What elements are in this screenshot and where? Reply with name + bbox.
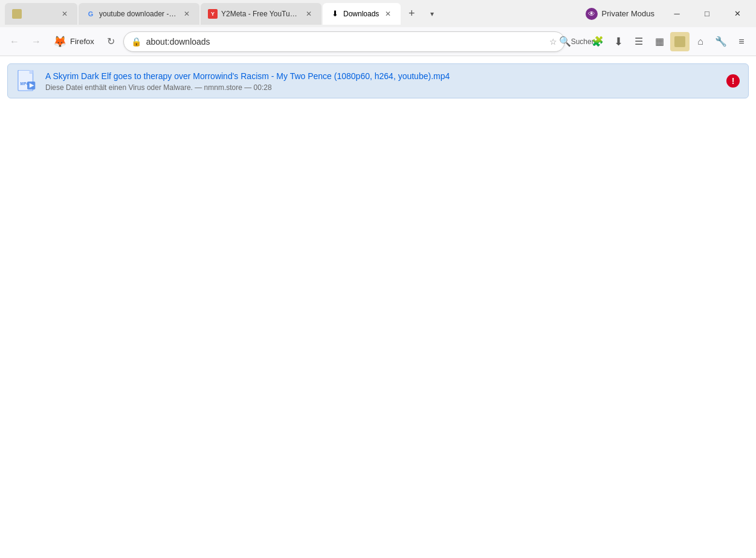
download-warning-icon[interactable]: ! <box>726 74 740 88</box>
firefox-icon: 🦊 <box>53 35 66 48</box>
download-file-icon: MP4 <box>16 70 38 92</box>
mp4-file-icon: MP4 <box>18 70 37 92</box>
back-icon: ← <box>10 36 19 47</box>
downloads-icon: ⬇ <box>614 35 623 48</box>
tab-google-close[interactable]: ✕ <box>181 8 192 19</box>
forward-button[interactable]: → <box>27 32 46 51</box>
addons-icon: 🔧 <box>715 36 727 47</box>
private-mode-label: Privater Modus <box>602 9 654 18</box>
tab-y2meta-favicon: Y <box>208 9 218 19</box>
toolbar: ← → 🦊 Firefox ↻ 🔒 ☆ 🔍 Suchen 🧩 ⬇ ☰ ▦ <box>0 27 756 56</box>
close-button[interactable]: ✕ <box>723 4 751 24</box>
toolbar-right: 🔍 Suchen 🧩 ⬇ ☰ ▦ ⌂ 🔧 ≡ <box>567 32 751 51</box>
bookmarks-icon: ☰ <box>635 36 643 47</box>
firefox-label: Firefox <box>70 37 94 46</box>
forward-icon: → <box>31 36 41 47</box>
download-filename[interactable]: A Skyrim Dark Elf goes to therapy over M… <box>45 71 450 81</box>
extensions-icon: 🧩 <box>592 36 604 47</box>
tab-downloads-favicon: ⬇ <box>330 9 340 19</box>
home-icon: ⌂ <box>697 36 703 47</box>
new-tab-button[interactable]: + <box>402 4 421 24</box>
shield-icon: 🔒 <box>131 37 141 46</box>
tab-y2meta[interactable]: Y Y2Meta - Free YouTube Dow ✕ <box>201 3 321 25</box>
titlebar: ✕ G youtube downloader - Goog ✕ Y Y2Meta… <box>0 0 756 27</box>
tab-1-close[interactable]: ✕ <box>59 8 70 19</box>
tab-google[interactable]: G youtube downloader - Goog ✕ <box>79 3 199 25</box>
address-bar[interactable]: 🔒 ☆ <box>123 31 565 52</box>
menu-button[interactable]: ≡ <box>732 32 751 51</box>
private-mode-indicator: 👁 Privater Modus <box>585 7 654 21</box>
downloads-button[interactable]: ⬇ <box>609 32 628 51</box>
refresh-icon: ↻ <box>107 36 115 47</box>
refresh-button[interactable]: ↻ <box>102 32 121 51</box>
home-button[interactable]: ⌂ <box>691 32 710 51</box>
firefox-logo: 🦊 Firefox <box>48 35 99 48</box>
minimize-button[interactable]: ─ <box>663 4 691 24</box>
back-button[interactable]: ← <box>5 32 24 51</box>
tab-google-title: youtube downloader - Goog <box>99 10 178 18</box>
extensions-button[interactable]: 🧩 <box>588 32 607 51</box>
download-info: A Skyrim Dark Elf goes to therapy over M… <box>45 71 719 92</box>
warning-exclamation: ! <box>732 76 735 86</box>
tab-downloads-title: Downloads <box>343 10 379 18</box>
maximize-button[interactable]: □ <box>693 4 721 24</box>
bookmarks-button[interactable]: ☰ <box>629 32 648 51</box>
tab-downloads[interactable]: ⬇ Downloads ✕ <box>323 3 401 25</box>
private-mode-icon: 👁 <box>585 7 598 21</box>
search-icon: 🔍 <box>559 36 571 47</box>
tab-google-favicon: G <box>86 9 95 19</box>
address-input[interactable] <box>146 37 544 46</box>
search-button[interactable]: 🔍 Suchen <box>567 32 587 51</box>
tab-y2meta-close[interactable]: ✕ <box>303 8 314 19</box>
tab-color-button[interactable] <box>670 32 690 51</box>
download-item: MP4 A Skyrim Dark Elf goes to therapy ov… <box>7 63 749 98</box>
tab-1[interactable]: ✕ <box>5 3 77 25</box>
tab-color-icon <box>674 36 685 47</box>
tab-dropdown-button[interactable]: ▾ <box>422 4 442 24</box>
tab-1-favicon <box>12 9 22 19</box>
browser-content: MP4 A Skyrim Dark Elf goes to therapy ov… <box>0 56 756 558</box>
svg-rect-3 <box>30 70 33 74</box>
bookmark-star-icon[interactable]: ☆ <box>549 37 557 46</box>
download-meta: Diese Datei enthält einen Virus oder Mal… <box>45 83 719 92</box>
window-controls: ─ □ ✕ <box>663 4 751 24</box>
sidebar-icon: ▦ <box>655 36 664 47</box>
menu-icon: ≡ <box>738 36 744 47</box>
addons-button[interactable]: 🔧 <box>711 32 731 51</box>
svg-text:👁: 👁 <box>588 10 595 18</box>
sidebar-button[interactable]: ▦ <box>650 32 669 51</box>
tab-downloads-close[interactable]: ✕ <box>383 8 393 19</box>
tab-y2meta-title: Y2Meta - Free YouTube Dow <box>221 10 300 18</box>
